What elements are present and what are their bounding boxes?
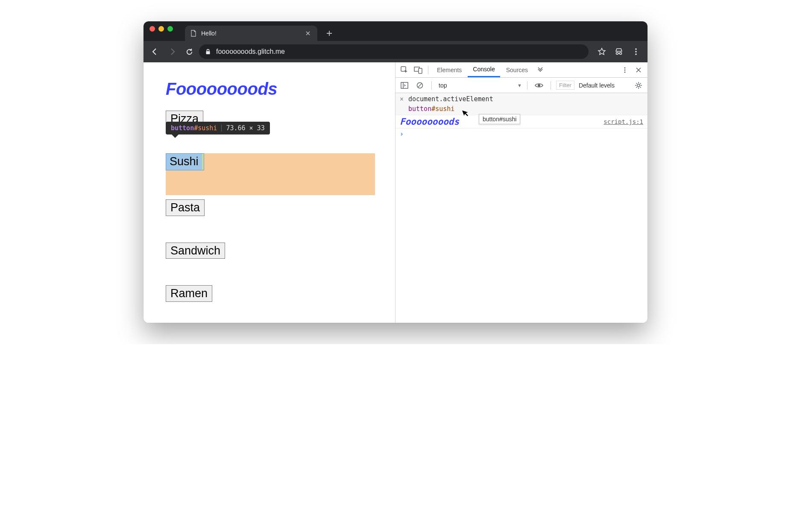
eager-evaluation-row: × document.activeElement button#sushi <box>396 93 647 115</box>
svg-point-15 <box>637 84 640 87</box>
url-toolbar: foooooooods.glitch.me <box>144 41 647 62</box>
console-settings-icon[interactable] <box>632 79 645 92</box>
page-heading: Foooooooods <box>166 79 373 99</box>
svg-point-1 <box>616 53 618 55</box>
element-inspector-tooltip: button#sushi 73.66 × 33 <box>166 122 270 134</box>
minimize-window-button[interactable] <box>158 26 164 32</box>
box-model-margin-overlay: Sushi <box>166 153 375 195</box>
url-text: foooooooods.glitch.me <box>216 48 285 56</box>
svg-point-9 <box>624 67 626 68</box>
ramen-button[interactable]: Ramen <box>166 285 212 301</box>
svg-point-10 <box>624 69 626 70</box>
console-prompt[interactable]: › <box>396 129 647 140</box>
sushi-button[interactable]: Sushi <box>166 154 202 170</box>
live-expression-text: document.activeElement <box>408 94 493 104</box>
tooltip-dimensions: 73.66 × 33 <box>226 124 264 132</box>
tab-title: Hello! <box>201 30 299 37</box>
devtools-panel: Elements Console Sources <box>396 62 647 323</box>
tooltip-id: #sushi <box>194 124 217 132</box>
log-message: Foooooooods <box>400 117 459 127</box>
svg-point-3 <box>635 48 637 50</box>
close-tab-icon[interactable] <box>304 29 312 38</box>
rendered-page: Foooooooods Pizza button#sushi 73.66 × 3… <box>144 62 396 323</box>
inspect-element-icon[interactable] <box>398 64 411 76</box>
svg-rect-12 <box>401 82 408 88</box>
svg-point-11 <box>624 71 626 73</box>
console-log-row: Foooooooods script.js:1 <box>396 115 647 129</box>
svg-rect-8 <box>419 68 422 73</box>
devtools-close-icon[interactable] <box>632 64 645 76</box>
svg-point-4 <box>635 51 637 53</box>
box-model-content-overlay: Sushi <box>166 153 204 170</box>
lock-icon <box>205 49 211 55</box>
content-area: Foooooooods Pizza button#sushi 73.66 × 3… <box>144 62 647 323</box>
live-expression-icon[interactable] <box>533 79 545 92</box>
log-source-link[interactable]: script.js:1 <box>604 118 643 125</box>
reload-button[interactable] <box>182 44 196 59</box>
collapse-expression-icon[interactable]: × <box>400 94 405 114</box>
console-output: × document.activeElement button#sushi bu… <box>396 93 647 323</box>
devtools-menu-icon[interactable] <box>618 64 631 76</box>
execution-context-select[interactable]: top ▼ <box>439 82 522 89</box>
back-button[interactable] <box>148 44 162 59</box>
sandwich-button[interactable]: Sandwich <box>166 243 225 259</box>
title-bar: Hello! <box>144 21 647 41</box>
maximize-window-button[interactable] <box>167 26 173 32</box>
prompt-chevron-icon: › <box>400 130 404 138</box>
page-icon <box>190 30 197 37</box>
context-label: top <box>439 82 447 89</box>
log-levels-select[interactable]: Default levels <box>577 82 616 89</box>
browser-window: Hello! foooooooods.glitch.me <box>144 21 647 323</box>
forward-button[interactable] <box>165 44 179 59</box>
tab-sources[interactable]: Sources <box>501 62 533 77</box>
browser-menu-icon[interactable] <box>629 44 643 59</box>
svg-point-14 <box>538 84 540 87</box>
tooltip-tag: button <box>171 124 194 132</box>
window-controls <box>149 21 185 41</box>
hover-tooltip: button#sushi <box>479 114 520 124</box>
close-window-button[interactable] <box>149 26 155 32</box>
clear-console-icon[interactable] <box>413 79 426 92</box>
device-toolbar-icon[interactable] <box>412 64 425 76</box>
live-expression-result[interactable]: button#sushi <box>408 104 493 114</box>
svg-rect-0 <box>206 51 210 54</box>
svg-point-5 <box>635 53 637 55</box>
tab-console[interactable]: Console <box>468 62 500 77</box>
more-tabs-icon[interactable] <box>534 64 547 76</box>
filter-input[interactable]: Filter <box>556 81 574 90</box>
svg-point-2 <box>620 53 622 55</box>
console-toolbar: top ▼ Filter Default levels <box>396 78 647 93</box>
tab-elements[interactable]: Elements <box>432 62 467 77</box>
dropdown-arrow-icon: ▼ <box>517 83 522 88</box>
devtools-tab-bar: Elements Console Sources <box>396 62 647 78</box>
incognito-icon[interactable] <box>612 44 626 59</box>
browser-tab[interactable]: Hello! <box>185 26 317 41</box>
bookmark-star-icon[interactable] <box>595 44 609 59</box>
new-tab-button[interactable] <box>325 29 334 38</box>
pasta-button[interactable]: Pasta <box>166 199 205 216</box>
console-sidebar-toggle-icon[interactable] <box>398 79 411 92</box>
address-bar[interactable]: foooooooods.glitch.me <box>199 44 589 59</box>
